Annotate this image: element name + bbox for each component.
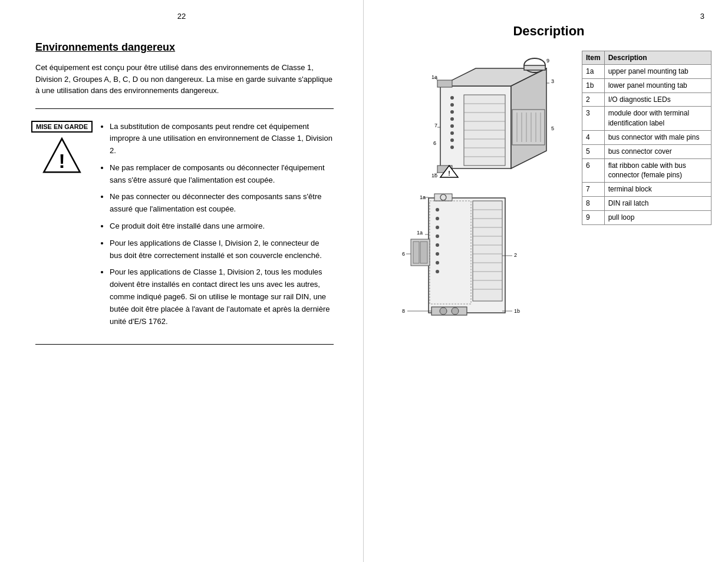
table-row: 3module door with terminal identificatio… bbox=[582, 107, 711, 131]
col-item-header: Item bbox=[582, 51, 605, 65]
table-cell-description: I/O diagnostic LEDs bbox=[604, 92, 711, 107]
table-cell-item: 4 bbox=[582, 130, 605, 144]
table-cell-item: 7 bbox=[582, 183, 605, 197]
mise-en-garde-box: MISE EN GARDE ! bbox=[35, 121, 88, 333]
svg-text:6: 6 bbox=[433, 140, 436, 146]
svg-rect-71 bbox=[420, 242, 427, 263]
svg-point-68 bbox=[436, 270, 439, 273]
svg-point-63 bbox=[436, 226, 439, 229]
table-cell-item: 1a bbox=[582, 65, 605, 79]
svg-text:9: 9 bbox=[546, 58, 549, 64]
svg-text:!: ! bbox=[58, 150, 65, 172]
table-cell-description: module door with terminal identification… bbox=[604, 107, 711, 131]
svg-text:!: ! bbox=[448, 170, 450, 177]
table-cell-description: terminal block bbox=[604, 183, 711, 197]
svg-point-67 bbox=[436, 261, 439, 265]
table-row: 2I/O diagnostic LEDs bbox=[582, 92, 711, 107]
table-row: 1blower panel mounting tab bbox=[582, 78, 711, 92]
svg-rect-72 bbox=[431, 307, 467, 315]
table-row: 4bus connector with male pins bbox=[582, 130, 711, 144]
table-cell-description: lower panel mounting tab bbox=[604, 78, 711, 92]
svg-rect-50 bbox=[473, 201, 502, 301]
left-page: 22 Environnements dangereux Cet équipeme… bbox=[0, 0, 364, 562]
diagram-top: 1a 1b 3 9 5 bbox=[405, 51, 570, 180]
svg-point-64 bbox=[436, 234, 439, 238]
svg-rect-29 bbox=[524, 65, 545, 70]
svg-text:2: 2 bbox=[514, 252, 517, 258]
svg-text:7: 7 bbox=[434, 123, 437, 128]
diagram-bottom: 1a bbox=[399, 192, 552, 322]
svg-text:8: 8 bbox=[402, 308, 405, 314]
table-cell-item: 6 bbox=[582, 158, 605, 183]
svg-text:5: 5 bbox=[551, 125, 554, 131]
right-content: 1a 1b 3 9 5 bbox=[387, 51, 710, 322]
right-page: 3 Description bbox=[364, 0, 728, 562]
table-cell-item: 2 bbox=[582, 92, 605, 107]
bullet-4: Ce produit doit être installé dans une a… bbox=[110, 220, 334, 233]
table-cell-description: upper panel mounting tab bbox=[604, 65, 711, 79]
table-cell-description: pull loop bbox=[604, 210, 711, 224]
bullet-6: Pour les applications de Classe 1, Divis… bbox=[110, 266, 334, 328]
svg-point-11 bbox=[450, 138, 454, 142]
svg-point-7 bbox=[450, 110, 454, 114]
table-cell-item: 5 bbox=[582, 144, 605, 158]
warning-triangle-icon: ! bbox=[41, 136, 83, 177]
svg-point-5 bbox=[450, 96, 454, 100]
table-row: 8DIN rail latch bbox=[582, 196, 711, 210]
svg-text:1a: 1a bbox=[417, 230, 423, 236]
svg-text:3: 3 bbox=[551, 78, 554, 84]
svg-rect-70 bbox=[413, 242, 419, 263]
description-title: Description bbox=[387, 24, 710, 39]
bullet-1: La substitution de composants peut rendr… bbox=[110, 121, 334, 157]
svg-point-62 bbox=[436, 217, 439, 220]
bullet-5: Pour les applications de Classe I, Divis… bbox=[110, 237, 334, 262]
top-diagram-svg: 1a 1b 3 9 5 bbox=[405, 51, 570, 180]
svg-point-12 bbox=[450, 146, 454, 149]
table-row: 9pull loop bbox=[582, 210, 711, 224]
table-cell-description: bus connector with male pins bbox=[604, 130, 711, 144]
svg-point-9 bbox=[450, 124, 454, 128]
svg-rect-46 bbox=[434, 194, 452, 201]
mise-en-garde-label: MISE EN GARDE bbox=[31, 121, 93, 133]
svg-point-73 bbox=[440, 308, 447, 315]
table-cell-item: 1b bbox=[582, 78, 605, 92]
bullet-2: Ne pas remplacer de composants ou déconn… bbox=[110, 162, 334, 187]
table-header-row: Item Description bbox=[582, 51, 711, 65]
table-cell-item: 9 bbox=[582, 210, 605, 224]
svg-point-66 bbox=[436, 252, 439, 256]
svg-text:6: 6 bbox=[402, 251, 405, 257]
parts-table: Item Description 1aupper panel mounting … bbox=[582, 51, 711, 225]
svg-point-10 bbox=[450, 131, 454, 135]
table-row: 5bus connector cover bbox=[582, 144, 711, 158]
table-row: 6flat ribbon cable with bus connector (f… bbox=[582, 158, 711, 183]
warning-bullet-list: La substitution de composants peut rendr… bbox=[98, 121, 334, 333]
svg-point-8 bbox=[450, 117, 454, 121]
col-description-header: Description bbox=[604, 51, 711, 65]
intro-text: Cet équipement est conçu pour être utili… bbox=[35, 62, 334, 97]
table-row: 7terminal block bbox=[582, 183, 711, 197]
table-cell-item: 3 bbox=[582, 107, 605, 131]
table-cell-description: bus connector cover bbox=[604, 144, 711, 158]
parts-table-container: Item Description 1aupper panel mounting … bbox=[582, 51, 711, 322]
table-cell-item: 8 bbox=[582, 196, 605, 210]
svg-point-6 bbox=[450, 103, 454, 107]
diagrams-column: 1a 1b 3 9 5 bbox=[387, 51, 570, 322]
table-cell-description: DIN rail latch bbox=[604, 196, 711, 210]
page-number-right: 3 bbox=[700, 12, 704, 21]
svg-point-65 bbox=[436, 243, 439, 247]
bullet-3: Ne pas connecter ou déconnecter des comp… bbox=[110, 191, 334, 216]
bottom-diagram-svg: 1a bbox=[399, 192, 552, 322]
svg-rect-30 bbox=[437, 80, 452, 87]
page-container: 22 Environnements dangereux Cet équipeme… bbox=[0, 0, 728, 562]
top-divider bbox=[35, 108, 334, 109]
warning-box: MISE EN GARDE ! La substitution de compo… bbox=[35, 121, 334, 333]
section-title: Environnements dangereux bbox=[35, 41, 334, 54]
table-cell-description: flat ribbon cable with bus connector (fe… bbox=[604, 158, 711, 183]
svg-point-74 bbox=[452, 308, 459, 315]
svg-point-61 bbox=[436, 208, 439, 211]
bottom-divider bbox=[35, 344, 334, 345]
svg-text:1b: 1b bbox=[514, 308, 520, 314]
table-row: 1aupper panel mounting tab bbox=[582, 65, 711, 79]
page-number-left: 22 bbox=[177, 12, 186, 21]
